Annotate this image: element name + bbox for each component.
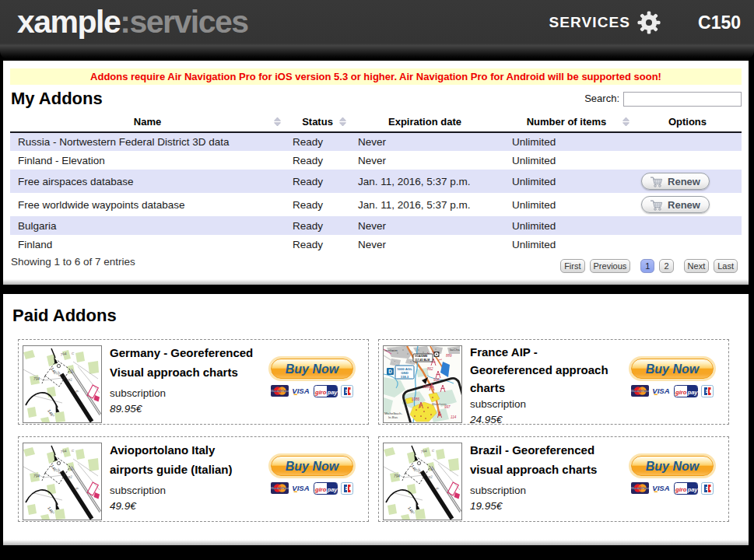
- cell-items: Unlimited: [500, 193, 633, 216]
- cell-expiration: Never: [350, 235, 500, 254]
- cell-items: Unlimited: [500, 132, 633, 151]
- cart-icon: [650, 199, 663, 211]
- table-row: Free worldwide waypoints database Ready …: [10, 193, 742, 216]
- cell-expiration: Never: [350, 151, 500, 170]
- addons-table: Name Status Expiration date Number of it…: [10, 111, 742, 254]
- cell-name: Finland - Elevation: [10, 151, 285, 170]
- pagination-last-button[interactable]: Last: [714, 259, 738, 273]
- table-row: Bulgaria Ready Never Unlimited: [10, 216, 742, 235]
- product-title: Brazil - Georeferenced visual approach c…: [470, 440, 626, 479]
- cell-expiration: Jan. 11, 2016, 5:37 p.m.: [350, 170, 500, 193]
- paid-addons-panel: Paid Addons Germany - Georeferenced Visu…: [3, 294, 749, 545]
- cell-status: Ready: [285, 132, 350, 151]
- user-id-label[interactable]: C150: [698, 12, 741, 33]
- column-header-status[interactable]: Status: [285, 111, 350, 132]
- giropay-icon: [674, 482, 698, 495]
- column-header-items[interactable]: Number of items: [500, 111, 633, 132]
- product-card-brazil: Brazil - Georeferenced visual approach c…: [378, 436, 729, 522]
- mastercard-icon: [631, 385, 649, 397]
- pagination-next-button[interactable]: Next: [684, 259, 710, 273]
- product-price: 49.9€: [110, 499, 258, 514]
- payment-methods: [631, 481, 714, 495]
- paid-addons-title: Paid Addons: [12, 305, 742, 326]
- cell-name: Finland: [10, 235, 285, 254]
- renew-button[interactable]: Renew: [641, 173, 710, 190]
- pagination-previous-button[interactable]: Previous: [590, 259, 631, 273]
- pagination-first-button[interactable]: First: [560, 259, 584, 273]
- table-header-row: Name Status Expiration date Number of it…: [10, 111, 742, 132]
- notice-banner: Addons require Air Navigation Pro for iO…: [10, 68, 742, 85]
- mastercard-icon: [271, 385, 289, 397]
- cell-expiration: Never: [350, 132, 500, 151]
- sort-icon[interactable]: [622, 117, 630, 126]
- table-row: Finland - Elevation Ready Never Unlimite…: [10, 151, 742, 170]
- chart-thumbnail: [23, 443, 102, 520]
- ec-icon: [701, 385, 714, 397]
- column-header-expiration[interactable]: Expiration date: [350, 111, 500, 132]
- cell-status: Ready: [285, 170, 350, 193]
- cell-status: Ready: [285, 235, 350, 254]
- sort-icon[interactable]: [339, 117, 346, 126]
- cell-expiration: Jan. 11, 2016, 5:37 p.m.: [350, 193, 500, 216]
- buy-now-button[interactable]: Buy Now: [271, 456, 353, 476]
- product-type: subscription: [470, 483, 626, 499]
- table-row: Free airspaces database Ready Jan. 11, 2…: [10, 170, 742, 193]
- cell-status: Ready: [285, 151, 350, 170]
- payment-methods: [271, 384, 353, 397]
- column-header-name[interactable]: Name: [10, 111, 285, 132]
- product-type: subscription: [470, 397, 618, 412]
- giropay-icon: [314, 385, 338, 397]
- buy-now-button[interactable]: Buy Now: [631, 359, 714, 379]
- payment-methods: [271, 481, 353, 495]
- buy-now-button[interactable]: Buy Now: [271, 359, 353, 379]
- product-title: Avioportolano Italy airports guide (Ital…: [110, 440, 258, 479]
- chart-thumbnail: [383, 345, 462, 423]
- pagination: First Previous 1 2 Next Last: [560, 259, 738, 273]
- column-header-options: Options: [633, 111, 742, 132]
- visa-icon: [652, 482, 670, 494]
- page: xample:services SERVICES C150 Addons req…: [0, 0, 754, 560]
- cell-items: Unlimited: [500, 170, 633, 193]
- cell-items: Unlimited: [500, 235, 633, 254]
- product-type: subscription: [110, 483, 258, 499]
- ec-icon: [701, 482, 714, 495]
- cell-name: Russia - Nortwestern Federal District 3D…: [10, 132, 285, 151]
- cell-name: Bulgaria: [10, 216, 285, 235]
- giropay-icon: [314, 482, 338, 495]
- my-addons-title: My Addons: [11, 89, 103, 108]
- cell-name: Free airspaces database: [10, 170, 285, 193]
- brand-logo[interactable]: xample:services: [17, 4, 248, 40]
- table-row: Finland Ready Never Unlimited: [10, 235, 742, 254]
- cell-status: Ready: [285, 193, 350, 216]
- renew-button[interactable]: Renew: [641, 196, 710, 213]
- mastercard-icon: [631, 482, 649, 494]
- product-type: subscription: [110, 386, 265, 401]
- chart-thumbnail: [383, 443, 462, 520]
- buy-now-button[interactable]: Buy Now: [631, 456, 714, 476]
- product-price: 89.95€: [110, 401, 265, 417]
- sort-icon[interactable]: [274, 117, 281, 126]
- product-title: Germany - Georeferenced Visual approach …: [110, 343, 265, 382]
- brand-logo-primary: xample: [17, 4, 120, 40]
- search-label: Search:: [584, 93, 619, 104]
- product-price: 19.95€: [470, 499, 626, 514]
- visa-icon: [292, 385, 310, 397]
- search-input[interactable]: [623, 92, 742, 107]
- cell-items: Unlimited: [500, 151, 633, 170]
- pagination-page-1-button[interactable]: 1: [640, 259, 654, 273]
- product-price: 24.95€: [470, 412, 618, 428]
- payment-methods: [631, 384, 714, 397]
- cart-icon: [650, 176, 663, 187]
- product-card-france: France AIP - Georeferenced approach char…: [378, 339, 729, 425]
- cell-expiration: Never: [350, 216, 500, 235]
- table-row: Russia - Nortwestern Federal District 3D…: [10, 132, 742, 151]
- my-addons-panel: Addons require Air Navigation Pro for iO…: [3, 61, 749, 285]
- visa-icon: [292, 482, 310, 494]
- gear-icon[interactable]: [637, 11, 661, 34]
- giropay-icon: [674, 385, 698, 397]
- chart-thumbnail: [23, 345, 102, 423]
- product-title: France AIP - Georeferenced approach char…: [470, 343, 618, 397]
- visa-icon: [652, 385, 670, 397]
- nav-services-link[interactable]: SERVICES: [549, 14, 630, 31]
- pagination-page-2-button[interactable]: 2: [659, 259, 673, 273]
